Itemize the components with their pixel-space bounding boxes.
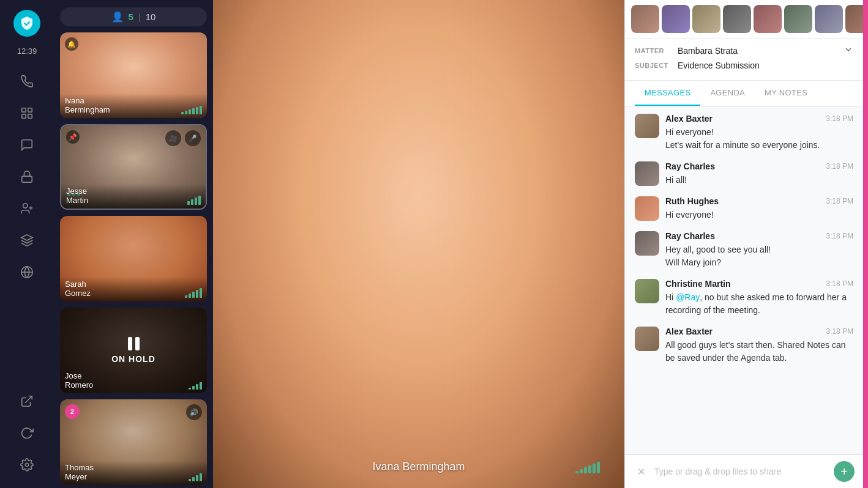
participant-name-thomas: ThomasMeyer (65, 463, 94, 481)
chat-meta: MATTER Bambara Strata SUBJECT Evidence S… (625, 39, 863, 81)
online-count: 5 (129, 12, 133, 22)
card-overlay-sarah: SarahGomez (60, 277, 207, 301)
message-text-alex2: All good guys let's start then. Shared N… (665, 339, 853, 364)
chat-avatar-2 (662, 5, 690, 33)
signal-ivana (181, 105, 202, 114)
phone-icon[interactable] (13, 68, 40, 95)
mic-btn-jesse[interactable]: 🎤 (185, 130, 201, 146)
right-accent-bar (863, 0, 868, 488)
refresh-icon[interactable] (13, 420, 40, 446)
lock-icon[interactable] (13, 163, 40, 190)
message-time-ruth: 3:18 PM (826, 197, 853, 205)
participant-name-sarah: SarahGomez (65, 279, 91, 298)
camera-btn-jesse[interactable]: 🎥 (165, 130, 181, 146)
message-row-ruth: Ruth Hughes 3:18 PM Hi everyone! (635, 196, 853, 221)
layers-icon[interactable] (13, 227, 40, 254)
chat-input[interactable] (654, 467, 828, 476)
message-header-alex2: Alex Baxter 3:18 PM (665, 327, 853, 336)
main-video-area: Ivana Bermingham (213, 0, 624, 488)
message-row-alex2: Alex Baxter 3:18 PM All good guys let's … (635, 327, 853, 364)
main-person-video (213, 0, 624, 488)
chat-input-area: ✕ + (625, 454, 863, 488)
card-overlay-jesse: JesseMartin (61, 184, 206, 209)
message-row-christine: Christine Martin 3:18 PM Hi @Ray, no but… (635, 279, 853, 317)
participant-name-jose: JoseRomero (65, 371, 93, 390)
main-signal-bars (575, 460, 600, 473)
chat-messages: Alex Baxter 3:18 PM Hi everyone!Let's wa… (625, 106, 863, 454)
participant-card-jose[interactable]: ON HOLD JoseRomero (60, 308, 207, 393)
tab-notes[interactable]: MY NOTES (755, 81, 817, 106)
message-row-alex1: Alex Baxter 3:18 PM Hi everyone!Let's wa… (635, 114, 853, 152)
app-logo (13, 10, 40, 37)
settings-icon[interactable] (13, 451, 40, 478)
message-avatar-alex2 (635, 327, 659, 351)
message-header-ruth: Ruth Hughes 3:18 PM (665, 196, 853, 206)
message-avatar-christine (635, 279, 659, 303)
participant-card-jesse[interactable]: 📌 🎥 🎤 JesseMartin (60, 124, 207, 210)
mention-ray: @Ray (676, 292, 700, 302)
svg-rect-1 (28, 108, 32, 112)
on-hold-label: ON HOLD (111, 354, 155, 364)
message-author-ruth: Ruth Hughes (665, 196, 719, 206)
separator: | (138, 12, 141, 22)
main-video-label: Ivana Bermingham (372, 460, 465, 473)
message-content-alex2: Alex Baxter 3:18 PM All good guys let's … (665, 327, 853, 364)
card-controls-jesse[interactable]: 🎥 🎤 (165, 130, 201, 146)
globe-icon[interactable] (13, 259, 40, 286)
signal-thomas (189, 471, 202, 481)
participant-card-ivana[interactable]: 🔔 IvanaBermingham (60, 32, 207, 118)
person-icon: 👤 (111, 11, 124, 23)
card-overlay-thomas: ThomasMeyer (60, 460, 207, 485)
number-badge-thomas: 2 (65, 404, 80, 419)
message-time-ray2: 3:18 PM (826, 232, 853, 240)
message-content-ray2: Ray Charles 3:18 PM Hey all, good to see… (665, 231, 853, 269)
message-author-ray1: Ray Charles (665, 161, 715, 171)
participant-name-ivana: IvanaBermingham (65, 96, 110, 114)
chat-icon[interactable] (13, 131, 40, 158)
sidebar: 12:39 (0, 0, 54, 488)
tab-agenda[interactable]: AGENDA (700, 81, 755, 106)
svg-point-5 (23, 204, 28, 208)
subject-row: SUBJECT Evidence Submission (635, 61, 853, 70)
svg-rect-3 (28, 114, 32, 118)
message-text-ray2: Hey all, good to see you all!Will Mary j… (665, 243, 853, 269)
message-text-ruth: Hi everyone! (665, 209, 853, 221)
chat-avatar-1 (631, 5, 659, 33)
chat-add-button[interactable]: + (834, 461, 855, 482)
chat-input-close[interactable]: ✕ (634, 464, 648, 479)
clock: 12:39 (17, 46, 37, 56)
message-row-ray1: Ray Charles 3:18 PM Hi all! (635, 161, 853, 187)
chat-avatar-7 (815, 5, 843, 33)
participants-header: 👤 5 | 10 (60, 7, 207, 26)
message-content-christine: Christine Martin 3:18 PM Hi @Ray, no but… (665, 279, 853, 317)
message-avatar-alex1 (635, 114, 659, 138)
total-count: 10 (146, 12, 156, 22)
message-time-ray1: 3:18 PM (826, 162, 853, 171)
matter-chevron[interactable] (844, 45, 853, 57)
svg-rect-2 (22, 114, 26, 118)
message-avatar-ruth (635, 196, 659, 221)
chat-panel: MATTER Bambara Strata SUBJECT Evidence S… (624, 0, 863, 488)
message-author-ray2: Ray Charles (665, 231, 715, 241)
svg-rect-0 (22, 108, 26, 112)
share-icon[interactable] (13, 388, 40, 415)
tab-messages[interactable]: MESSAGES (635, 81, 700, 106)
user-add-icon[interactable] (13, 195, 40, 222)
subject-label: SUBJECT (635, 62, 672, 69)
card-controls-thomas[interactable]: 🔊 (186, 404, 202, 420)
message-text-alex1: Hi everyone!Let's wait for a minute so e… (665, 126, 853, 152)
chat-avatars-row (625, 0, 863, 39)
message-author-alex2: Alex Baxter (665, 327, 713, 336)
message-content-ruth: Ruth Hughes 3:18 PM Hi everyone! (665, 196, 853, 221)
pin-badge-jesse: 📌 (66, 130, 80, 144)
grid-icon[interactable] (13, 100, 40, 127)
mic-btn-thomas[interactable]: 🔊 (186, 404, 202, 420)
message-author-christine: Christine Martin (665, 279, 731, 289)
message-avatar-ray1 (635, 161, 659, 186)
participant-card-sarah[interactable]: SarahGomez (60, 216, 207, 301)
chat-avatar-3 (692, 5, 720, 33)
chat-avatar-4 (723, 5, 751, 33)
participant-card-thomas[interactable]: 2 🔊 ThomasMeyer (60, 399, 207, 485)
message-content-ray1: Ray Charles 3:18 PM Hi all! (665, 161, 853, 187)
message-text-christine: Hi @Ray, no but she asked me to forward … (665, 291, 853, 317)
